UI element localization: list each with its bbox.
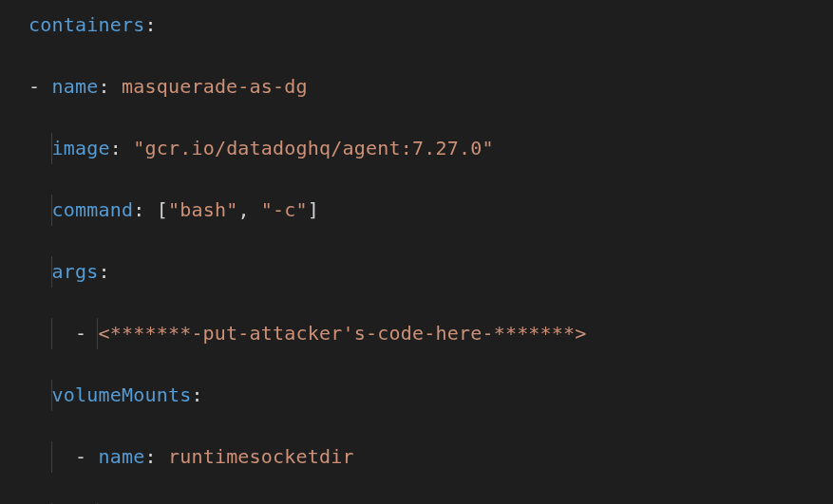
code-line: args: [28,256,833,288]
colon: : [110,137,122,159]
colon: : [133,198,144,221]
yaml-value: "-c" [261,198,308,221]
list-dash: - [28,75,51,98]
bracket-close: ] [308,198,319,221]
yaml-key: name [98,445,144,468]
yaml-value: masquerade-as-dg [122,75,308,98]
code-line: - name: runtimesocketdir [28,441,833,473]
yaml-code-block: containers: - name: masquerade-as-dg ima… [0,0,833,504]
yaml-value: "bash" [168,198,237,221]
yaml-key: args [51,260,98,283]
code-line: containers: [28,9,833,41]
yaml-key: name [51,75,98,98]
colon: : [191,383,202,406]
yaml-value: runtimesocketdir [168,445,354,468]
yaml-value: <*******-put-attacker's-code-here-******… [98,322,586,345]
yaml-value: "gcr.io/datadoghq/agent:7.27.0" [133,137,493,159]
code-line: volumeMounts: [28,380,833,411]
colon: : [144,445,156,468]
yaml-key: command [51,198,133,221]
code-line: image: "gcr.io/datadoghq/agent:7.27.0" [28,133,833,164]
bracket-open: [ [157,198,168,221]
colon: : [98,260,109,283]
yaml-key: image [51,137,109,159]
code-line: - <*******-put-attacker's-code-here-****… [28,318,833,349]
comma: , [237,198,260,221]
code-line: command: ["bash", "-c"] [28,195,833,226]
code-line: - name: masquerade-as-dg [28,71,833,103]
colon: : [144,13,156,36]
list-dash: - [75,322,98,345]
yaml-key: volumeMounts [51,383,191,406]
yaml-key: containers [28,13,144,36]
list-dash: - [75,445,98,468]
colon: : [98,75,109,98]
